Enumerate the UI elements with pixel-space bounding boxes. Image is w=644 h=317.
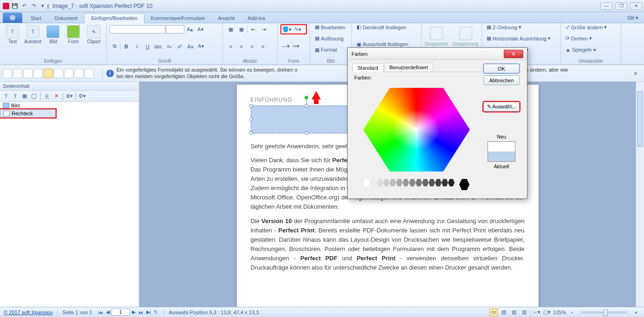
fontcolor-button[interactable]: A▾ [196,42,206,51]
align-left-button[interactable]: ≡ [226,42,236,51]
grayscale-row[interactable] [354,179,479,190]
insert-clipart-button[interactable]: ✎Clipart [84,24,104,45]
align-center-button[interactable]: ≡ [236,42,247,51]
subscript-button[interactable]: x₂ [164,42,174,51]
view-mode-3[interactable] [23,69,33,78]
dialog-titlebar[interactable]: Farben X [348,48,527,60]
indent-inc-button[interactable]: ⇥ [259,25,269,34]
tab-kommentare[interactable]: Kommentare/Formulare [144,13,211,23]
handle-w[interactable] [249,118,253,121]
sb-shape-icon[interactable]: ◯ [30,92,38,100]
view-book-button[interactable]: ▥ [520,309,528,316]
first-page-button[interactable]: ⏮ [97,310,104,315]
zorder-button[interactable]: ▦ Z-Ordnung ▾ [485,24,558,30]
close-button[interactable]: ✕ [630,2,642,10]
underline-button[interactable]: U [143,42,153,51]
img-format-button[interactable]: ▦ Format [313,47,349,53]
last-page-button[interactable]: ⏭ [137,310,144,315]
zoom-out-button[interactable]: − [568,309,576,316]
opacity-button[interactable]: ◧ Deckkraft festlegen [355,24,418,30]
dialog-close-button[interactable]: X [504,50,523,58]
nav-extra-1[interactable]: ▶| [145,309,152,315]
maximize-button[interactable]: ❐ [615,2,627,10]
insert-autotext-button[interactable]: TAutotext [23,24,43,45]
italic-button[interactable]: I [132,42,142,51]
mirror-button[interactable]: ▲ Spiegeln ▾ [564,47,618,53]
img-resolution-button[interactable]: ▦ Auflösung [313,35,349,41]
group-icon[interactable] [430,27,443,40]
view-mode-1[interactable] [3,69,12,78]
line-weight-button[interactable]: ═▾ [291,42,301,51]
qat-save-icon[interactable]: 💾 [11,2,19,10]
prev-page-button[interactable]: ◀ [105,309,111,315]
nav-extra-2[interactable]: ↻ [153,309,159,315]
font-family-select[interactable] [110,25,165,33]
tab-custom[interactable]: Benutzerdefiniert [384,63,433,72]
align-right-button[interactable]: ≡ [247,42,257,51]
handle-sw[interactable] [249,131,253,135]
grow-font-button[interactable]: A▴ [185,25,195,34]
fit-page-button[interactable]: ▢▾ [543,309,551,316]
line-color-button[interactable]: ✎▾ [293,25,303,34]
qat-undo-icon[interactable]: ↶ [20,2,28,10]
color-hexagon-picker[interactable] [363,83,470,176]
handle-n[interactable] [305,104,308,108]
handle-nw[interactable] [249,104,253,108]
sb-list-icon[interactable]: ≣▾ [65,92,73,100]
view-single-button[interactable]: ▭ [489,309,498,316]
view-mode-5[interactable] [44,69,53,78]
selected-rectangle-shape[interactable] [251,106,362,133]
halign-button[interactable]: ▦ Horizontale Ausrichtung ▾ [485,35,558,41]
line-style-button[interactable]: —▾ [280,42,291,51]
ltr-button[interactable]: ▦ [226,25,236,34]
fit-width-button[interactable]: ↔▾ [533,309,541,316]
tab-addins[interactable]: Add-Ins [241,13,272,23]
view-mode-9[interactable] [85,69,94,78]
view-mode-4[interactable] [33,69,43,78]
qat-redo-icon[interactable]: ↷ [29,2,38,10]
sb-image-icon[interactable]: ▦ [20,92,29,100]
next-page-button[interactable]: ▶ [131,309,137,315]
tab-dokument[interactable]: Dokument [48,13,84,23]
rotate-button[interactable]: ⟳ Drehen ▾ [564,35,618,41]
file-tab[interactable] [3,13,22,23]
cancel-button[interactable]: Abbrechen [483,75,520,85]
stil-dropdown[interactable]: Stil ▾ [622,13,644,23]
rotation-handle[interactable] [305,96,308,99]
handle-s[interactable] [305,131,308,135]
qat-dropdown-icon[interactable]: ▾ [39,2,47,10]
sb-edit-icon[interactable]: ⎘ [43,92,51,100]
strike-button[interactable]: abc [153,42,163,51]
scrollbar-thumb[interactable] [637,91,643,147]
zoom-slider[interactable] [581,311,627,313]
tab-start[interactable]: Start [24,13,48,23]
copyright-link[interactable]: © 2017 soft Xpansion [4,310,52,315]
shrink-font-button[interactable]: A▾ [195,25,206,34]
indent-dec-button[interactable]: ⇤ [248,25,258,34]
insert-text-button[interactable]: TText [3,24,22,45]
view-facing-button[interactable]: ▥ [510,309,518,316]
minimize-button[interactable]: — [600,2,612,10]
align-justify-button[interactable]: ≡ [258,42,268,51]
dismiss-info-button[interactable]: × [630,70,641,77]
tab-ansicht[interactable]: Ansicht [211,13,241,23]
insert-shape-button[interactable]: Form [64,24,83,45]
tab-standard[interactable]: Standard [352,63,384,72]
case-button[interactable]: Aa [185,42,195,51]
vertical-scrollbar[interactable] [636,82,644,317]
sb-autotext-icon[interactable]: T [11,92,20,100]
view-mode-7[interactable] [64,69,73,78]
bold-button[interactable]: B [121,42,131,51]
sb-text-icon[interactable]: T [2,92,10,100]
zoom-in-button[interactable]: + [632,309,640,316]
page-number-input[interactable] [111,309,130,316]
eyedropper-button[interactable]: ✎ Auswähl... [483,102,520,112]
ungroup-icon[interactable] [459,27,472,40]
view-mode-2[interactable] [13,69,22,78]
ok-button[interactable]: OK [483,64,520,73]
insert-image-button[interactable]: Bild [44,24,63,45]
copy-button[interactable]: ⧉ [110,42,120,51]
view-cont-button[interactable]: ▥ [500,309,508,316]
sb-delete-icon[interactable]: ✕ [52,92,60,100]
page-content-item-bild[interactable]: Bild [0,102,139,109]
